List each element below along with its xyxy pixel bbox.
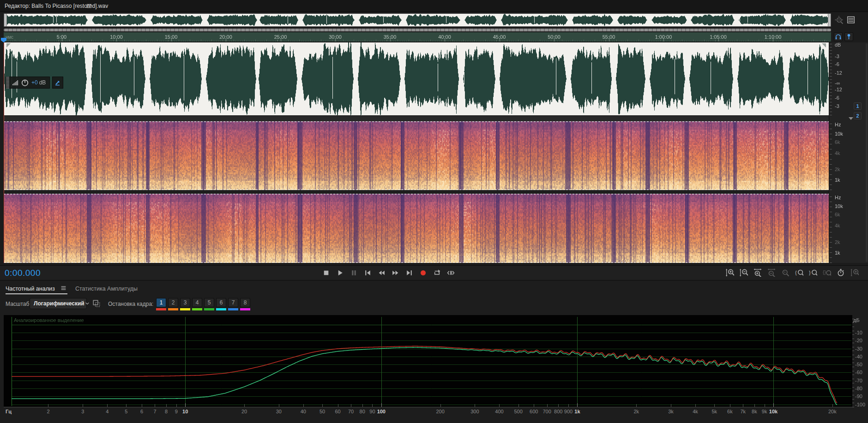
timeline-major-tick <box>281 38 281 42</box>
freq-tick-strip-2 <box>830 194 832 263</box>
fast-forward-button[interactable] <box>392 269 399 277</box>
x-axis-tick-label: 8k <box>752 409 757 414</box>
waveform-display[interactable]: +0 dB <box>4 42 829 115</box>
x-axis-tick-label: 7k <box>740 409 746 414</box>
pin-marker-icon[interactable] <box>844 32 853 41</box>
x-axis-tick-label: 4k <box>693 409 698 414</box>
transport-controls <box>322 269 455 277</box>
hold-frame-3[interactable]: 3 <box>180 298 190 310</box>
hud-gain-unit: dB <box>39 79 46 86</box>
x-axis-tick-label: 50 <box>319 409 325 414</box>
x-axis-tick-label: 5k <box>711 409 717 414</box>
navigate-zoom-icon[interactable] <box>835 16 843 24</box>
panel-menu-icon[interactable] <box>86 3 92 9</box>
hold-frame-button[interactable]: 8 <box>240 298 250 307</box>
play-button[interactable] <box>336 269 344 277</box>
tab-amplitude-statistics-label: Статистика Амплитуды <box>75 286 138 292</box>
amplitude-scale-label: -6 <box>835 61 839 67</box>
channel-2-button[interactable]: 2 <box>854 112 862 119</box>
hold-frame-button[interactable]: 5 <box>204 298 214 307</box>
record-button[interactable] <box>419 269 427 277</box>
horizontal-zoom-scrollbar[interactable] <box>4 29 831 31</box>
pause-button[interactable] <box>350 269 358 277</box>
timeline-major-tick <box>390 38 391 42</box>
waveform-canvas[interactable] <box>4 42 829 115</box>
scale-dropdown[interactable]: Логарифмический <box>30 298 87 309</box>
fade-out-handle[interactable] <box>822 43 826 48</box>
list-view-icon[interactable] <box>847 16 855 24</box>
skip-selection-button[interactable] <box>447 269 455 277</box>
hold-frame-5[interactable]: 5 <box>204 298 214 310</box>
hold-frame-7[interactable]: 7 <box>228 298 238 310</box>
time-display[interactable]: 0:00.000 <box>5 268 41 278</box>
headphones-icon[interactable] <box>834 32 843 41</box>
hold-frame-4[interactable]: 4 <box>192 298 202 310</box>
tab-amplitude-statistics[interactable]: Статистика Амплитуды <box>75 284 138 292</box>
zoom-out-horizontal-button[interactable] <box>767 268 776 277</box>
tab-menu-icon[interactable] <box>60 285 66 291</box>
audition-workspace: Редактор: Balls To Picasso [restored].wa… <box>0 0 868 423</box>
y-axis-unit: дБ <box>853 317 860 323</box>
x-axis-tick-label: 8 <box>165 409 168 414</box>
spectrogram-channel-2[interactable] <box>4 194 829 263</box>
fade-in-handle[interactable] <box>6 43 11 48</box>
playhead-line[interactable] <box>4 42 4 263</box>
amplitude-scale-label: -6 <box>835 95 839 101</box>
stop-button[interactable] <box>322 269 330 277</box>
rewind-button[interactable] <box>378 269 386 277</box>
y-axis-tick-label: -20 <box>855 338 862 343</box>
spectrogram-channel-1[interactable] <box>4 121 829 190</box>
hold-frame-button[interactable]: 1 <box>156 298 166 307</box>
editor-vertical-scrollbar[interactable] <box>866 43 868 262</box>
hud-pin-button[interactable] <box>52 77 63 89</box>
x-axis-tick-label: 900 <box>564 409 573 414</box>
zoom-to-selection-button[interactable]: {} <box>823 268 831 277</box>
hold-frame-color-bar <box>168 308 178 310</box>
zoom-to-in-point-button[interactable]: { <box>795 268 803 277</box>
gain-knob-icon[interactable] <box>21 78 29 87</box>
zoom-to-out-point-button[interactable]: } <box>809 268 817 277</box>
amplitude-scale-label: dB <box>835 42 841 48</box>
wave-spectral-divider[interactable] <box>4 115 829 121</box>
channel-1-button[interactable]: 1 <box>854 102 862 110</box>
spectral-scale-collapse-icon[interactable] <box>849 117 853 120</box>
hold-frame-6[interactable]: 6 <box>216 298 226 310</box>
frequency-graph-canvas[interactable] <box>4 315 852 407</box>
zoom-in-vertical-button[interactable] <box>726 268 734 277</box>
hold-frame-2[interactable]: 2 <box>168 298 178 310</box>
overview-navigator[interactable] <box>4 13 831 27</box>
hold-frame-button[interactable]: 6 <box>216 298 226 307</box>
hud-gain-value[interactable]: +0 <box>31 79 38 86</box>
snapshot-icon[interactable] <box>92 299 101 308</box>
hold-frame-1[interactable]: 1 <box>156 298 166 310</box>
overview-left-handle[interactable] <box>4 14 7 26</box>
zoom-reset-button[interactable] <box>781 268 790 277</box>
hud-drag-handle[interactable] <box>6 77 9 89</box>
hold-frame-button[interactable]: 2 <box>168 298 178 307</box>
overview-right-handle[interactable] <box>828 14 831 26</box>
timeline-major-tick <box>171 38 172 42</box>
hold-frame-button[interactable]: 4 <box>192 298 202 307</box>
timeline-major-tick <box>500 38 500 42</box>
skip-to-end-button[interactable] <box>405 269 413 277</box>
frequency-scale-label: 1k <box>835 250 840 256</box>
tab-frequency-analysis[interactable]: Частотный анализ <box>6 284 55 292</box>
right-scale-column: dB-3-6-12-∞-12-6-3 Hz10k6k4k2k1k Hz10k6k… <box>829 42 868 263</box>
hold-frame-8[interactable]: 8 <box>240 298 250 310</box>
timed-record-button[interactable] <box>837 268 845 277</box>
zoom-in-horizontal-button[interactable] <box>753 268 762 277</box>
overview-waveform-canvas[interactable] <box>4 14 831 26</box>
x-axis-tick-label: 80 <box>360 409 365 414</box>
hold-frame-color-bar <box>240 308 250 310</box>
loop-playback-button[interactable] <box>433 269 441 277</box>
gain-hud[interactable]: +0 dB <box>6 77 63 89</box>
zoom-out-vertical-button[interactable] <box>740 268 748 277</box>
skip-to-start-button[interactable] <box>364 269 372 277</box>
timeline-ruler[interactable]: чмс 5:0010:0015:0020:0025:0030:0035:0040… <box>4 32 831 42</box>
zoom-full-button[interactable] <box>850 268 859 277</box>
hold-frame-button[interactable]: 7 <box>228 298 238 307</box>
hold-frame-button[interactable]: 3 <box>180 298 190 307</box>
hold-frame-color-bar <box>180 308 190 310</box>
amplitude-scale-label: -∞ <box>835 80 840 86</box>
tab-frequency-analysis-label: Частотный анализ <box>6 286 55 292</box>
